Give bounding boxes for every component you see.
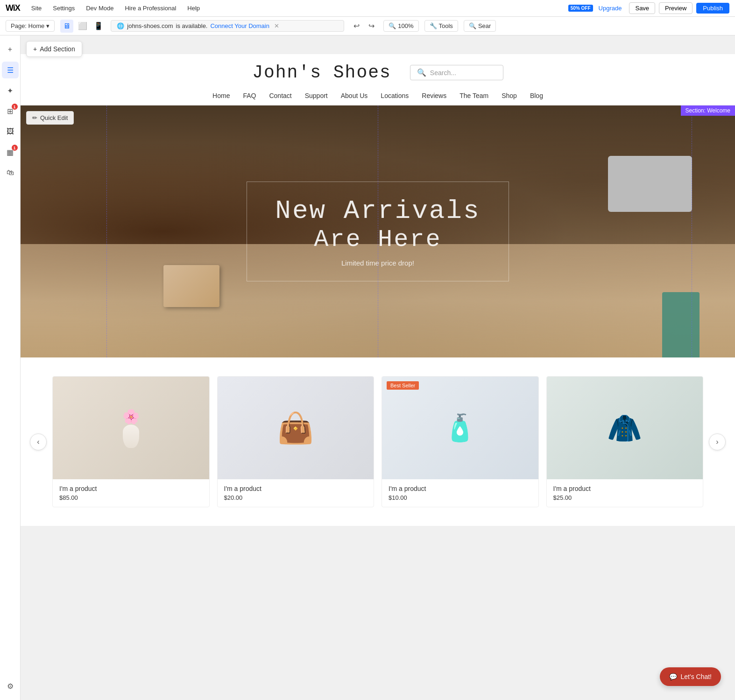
address-bar: Page: Home ▾ 🖥 ⬜ 📱 🌐 johns-shoes.com is … bbox=[0, 17, 735, 35]
sidebar-item-widgets[interactable]: ▦ 1 bbox=[2, 144, 19, 161]
product-info-2: I'm a product $20.00 bbox=[218, 479, 374, 507]
nav-faq[interactable]: FAQ bbox=[243, 92, 256, 99]
website-header: John's Shoes 🔍 Search... Home FAQ Contac… bbox=[21, 54, 735, 105]
chat-label: Let's Chat! bbox=[681, 673, 712, 680]
domain-bar: 🌐 johns-shoes.com is available. Connect … bbox=[111, 20, 344, 32]
desktop-device-icon[interactable]: 🖥 bbox=[60, 20, 73, 33]
product-image-3: 🧴 bbox=[382, 377, 538, 479]
product-card-4[interactable]: 🧥 I'm a product $25.00 bbox=[546, 376, 704, 507]
product-name-2: I'm a product bbox=[224, 485, 368, 492]
wix-logo: WiX bbox=[6, 3, 20, 13]
globe-icon: 🌐 bbox=[117, 22, 124, 29]
zoom-level: 100% bbox=[398, 22, 413, 29]
zoom-icon: 🔍 bbox=[389, 22, 396, 29]
quick-edit-button[interactable]: ✏ Quick Edit bbox=[26, 111, 74, 125]
product-serum-icon: 🧴 bbox=[444, 413, 476, 443]
product-card-2[interactable]: 👜 I'm a product $20.00 bbox=[217, 376, 375, 507]
product-image-2: 👜 bbox=[218, 377, 374, 479]
connect-domain-link[interactable]: Connect Your Domain bbox=[210, 22, 269, 29]
chevron-down-icon: ▾ bbox=[46, 22, 49, 29]
guide-line-center bbox=[378, 105, 378, 357]
undo-button[interactable]: ↩ bbox=[350, 20, 363, 33]
dev-mode-menu[interactable]: Dev Mode bbox=[82, 5, 117, 12]
settings-menu[interactable]: Settings bbox=[49, 5, 78, 12]
product-name-1: I'm a product bbox=[59, 485, 203, 492]
product-name-4: I'm a product bbox=[553, 485, 697, 492]
help-menu[interactable]: Help bbox=[184, 5, 204, 12]
guide-line-right bbox=[692, 105, 692, 357]
tools-button[interactable]: 🔧 Tools bbox=[424, 20, 458, 32]
nav-the-team[interactable]: The Team bbox=[459, 92, 488, 99]
product-image-4: 🧥 bbox=[547, 377, 703, 479]
site-menu[interactable]: Site bbox=[28, 5, 45, 12]
left-sidebar: + ☰ ✦ ⊞ 1 🖼 ▦ 1 🛍 ⚙ bbox=[0, 35, 21, 700]
package-box bbox=[163, 265, 219, 307]
mobile-device-icon[interactable]: 📱 bbox=[92, 20, 105, 33]
sidebar-item-pages[interactable]: ☰ bbox=[2, 62, 19, 78]
product-bag-icon: 👜 bbox=[277, 411, 314, 446]
search-box-icon: 🔍 bbox=[417, 68, 426, 77]
search-box-placeholder: Search... bbox=[430, 69, 456, 77]
zoom-indicator[interactable]: 🔍 100% bbox=[383, 20, 418, 32]
guide-line-left bbox=[106, 105, 107, 357]
undo-redo-controls: ↩ ↪ bbox=[350, 20, 378, 33]
main-layout: + ☰ ✦ ⊞ 1 🖼 ▦ 1 🛍 ⚙ + Add Section bbox=[0, 35, 735, 700]
discount-badge: 50% OFF bbox=[568, 5, 593, 12]
hire-professional-menu[interactable]: Hire a Professional bbox=[121, 5, 180, 12]
sidebar-item-apps[interactable]: ⊞ 1 bbox=[2, 103, 19, 119]
product-card-3[interactable]: Best Seller 🧴 I'm a product $10.00 bbox=[382, 376, 539, 507]
search-icon: 🔍 bbox=[469, 22, 476, 29]
store-icon: 🛍 bbox=[7, 168, 14, 177]
carousel-prev-button[interactable]: ‹ bbox=[30, 434, 47, 450]
tablet-device-icon[interactable]: ⬜ bbox=[76, 20, 89, 33]
product-price-4: $25.00 bbox=[553, 494, 697, 501]
pages-icon: ☰ bbox=[7, 66, 14, 75]
add-section-label: Add Section bbox=[40, 45, 75, 53]
section-welcome-label: Section: Welcome bbox=[681, 105, 735, 116]
sidebar-item-media[interactable]: 🖼 bbox=[2, 123, 19, 140]
sidebar-item-settings-bottom[interactable]: ⚙ bbox=[2, 678, 19, 694]
search-button[interactable]: 🔍 Sear bbox=[464, 20, 496, 32]
site-search-box[interactable]: 🔍 Search... bbox=[410, 65, 503, 80]
nav-shop[interactable]: Shop bbox=[502, 92, 517, 99]
product-card-1[interactable]: 🌸 I'm a product $85.00 bbox=[52, 376, 210, 507]
best-seller-badge: Best Seller bbox=[387, 381, 419, 390]
redo-button[interactable]: ↪ bbox=[365, 20, 378, 33]
tools-label: Tools bbox=[439, 22, 453, 29]
settings-bottom-icon: ⚙ bbox=[7, 682, 14, 691]
product-vase-icon: 🌸 bbox=[122, 408, 140, 448]
nav-contact[interactable]: Contact bbox=[269, 92, 291, 99]
nav-support[interactable]: Support bbox=[305, 92, 328, 99]
save-button[interactable]: Save bbox=[629, 2, 655, 14]
product-price-2: $20.00 bbox=[224, 494, 368, 501]
close-domain-bar-icon[interactable]: ✕ bbox=[274, 22, 279, 29]
product-name-3: I'm a product bbox=[389, 485, 532, 492]
pencil-icon: ✏ bbox=[32, 114, 37, 121]
carousel-next-button[interactable]: › bbox=[709, 434, 726, 450]
product-info-4: I'm a product $25.00 bbox=[547, 479, 703, 507]
sidebar-item-design[interactable]: ✦ bbox=[2, 82, 19, 99]
top-bar: WiX Site Settings Dev Mode Hire a Profes… bbox=[0, 0, 735, 17]
add-section-icon: + bbox=[33, 45, 37, 53]
site-nav: Home FAQ Contact Support About Us Locati… bbox=[39, 87, 716, 105]
widgets-badge: 1 bbox=[12, 145, 18, 151]
add-section-button[interactable]: + Add Section bbox=[26, 41, 82, 57]
nav-reviews[interactable]: Reviews bbox=[422, 92, 446, 99]
sidebar-item-store[interactable]: 🛍 bbox=[2, 164, 19, 181]
page-selector[interactable]: Page: Home ▾ bbox=[6, 20, 55, 32]
nav-blog[interactable]: Blog bbox=[530, 92, 543, 99]
tools-icon: 🔧 bbox=[430, 22, 437, 29]
nav-home[interactable]: Home bbox=[212, 92, 230, 99]
upgrade-link[interactable]: Upgrade bbox=[599, 5, 622, 12]
chat-button[interactable]: 💬 Let's Chat! bbox=[660, 667, 721, 686]
hero-section: New Arrivals Are Here Limited time price… bbox=[21, 105, 735, 357]
product-info-1: I'm a product $85.00 bbox=[53, 479, 209, 507]
product-image-1: 🌸 bbox=[53, 377, 209, 479]
nav-about[interactable]: About Us bbox=[341, 92, 368, 99]
sidebar-item-add[interactable]: + bbox=[2, 41, 19, 58]
add-icon: + bbox=[8, 45, 12, 54]
nav-locations[interactable]: Locations bbox=[381, 92, 409, 99]
publish-button[interactable]: Publish bbox=[696, 3, 729, 14]
preview-button[interactable]: Preview bbox=[659, 2, 693, 14]
quick-edit-label: Quick Edit bbox=[40, 114, 68, 121]
